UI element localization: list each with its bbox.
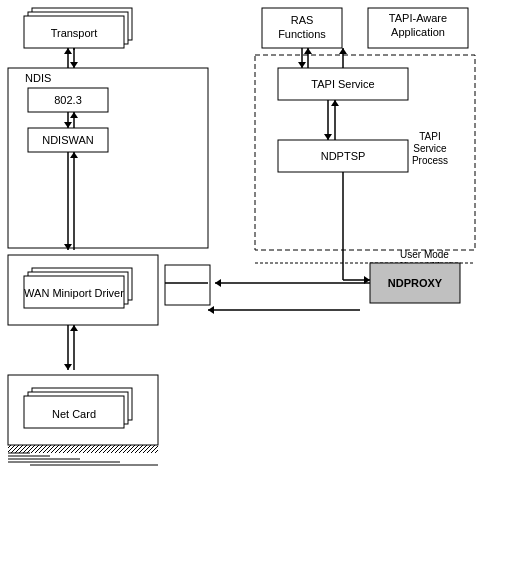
svg-marker-58 — [298, 62, 306, 68]
svg-rect-51 — [255, 55, 475, 250]
svg-text:Transport: Transport — [51, 27, 98, 39]
svg-marker-64 — [324, 134, 332, 140]
svg-text:Service: Service — [413, 143, 447, 154]
svg-rect-11 — [28, 88, 108, 112]
svg-rect-17 — [28, 128, 108, 152]
svg-marker-8 — [64, 48, 72, 54]
svg-rect-48 — [368, 8, 468, 48]
svg-text:802.3: 802.3 — [54, 94, 82, 106]
svg-rect-2 — [24, 16, 124, 48]
svg-rect-34 — [32, 388, 132, 420]
svg-text:Functions: Functions — [278, 28, 326, 40]
svg-rect-1 — [28, 12, 128, 44]
svg-text:Kernel Mode: Kernel Mode — [400, 261, 457, 272]
svg-marker-78 — [215, 279, 221, 287]
svg-marker-66 — [331, 100, 339, 106]
svg-marker-16 — [70, 112, 78, 118]
svg-marker-31 — [64, 364, 72, 370]
svg-rect-9 — [8, 68, 208, 248]
svg-text:WAN Miniport Driver: WAN Miniport Driver — [24, 287, 124, 299]
svg-marker-20 — [64, 244, 72, 250]
svg-rect-26 — [28, 272, 128, 304]
svg-text:NDISWAN: NDISWAN — [42, 134, 94, 146]
svg-marker-33 — [70, 325, 78, 331]
svg-marker-14 — [64, 122, 72, 128]
svg-text:RAS: RAS — [291, 14, 314, 26]
svg-marker-62 — [304, 48, 312, 54]
svg-rect-28 — [8, 255, 158, 325]
svg-marker-74 — [364, 276, 370, 284]
architecture-diagram: Transport NDIS 802.3 NDISWAN — [0, 0, 505, 577]
svg-text:TAPI: TAPI — [419, 131, 440, 142]
svg-rect-45 — [262, 8, 342, 48]
svg-marker-5 — [70, 62, 78, 68]
svg-rect-37 — [8, 375, 158, 445]
svg-rect-36 — [24, 396, 124, 428]
svg-rect-25 — [32, 268, 132, 300]
svg-rect-55 — [278, 68, 408, 100]
svg-rect-79 — [165, 265, 210, 305]
svg-text:User Mode: User Mode — [400, 249, 449, 260]
svg-rect-35 — [28, 392, 128, 424]
svg-marker-24 — [208, 306, 214, 314]
svg-rect-27 — [24, 276, 124, 308]
svg-text:Process: Process — [412, 155, 448, 166]
svg-rect-67 — [278, 140, 408, 172]
svg-text:TAPI Service: TAPI Service — [311, 78, 374, 90]
svg-text:TAPI-Aware: TAPI-Aware — [389, 12, 447, 24]
svg-rect-0 — [32, 8, 132, 40]
svg-text:NDIS: NDIS — [25, 72, 51, 84]
svg-marker-22 — [70, 152, 78, 158]
svg-rect-39 — [8, 445, 158, 453]
svg-rect-75 — [370, 263, 460, 303]
svg-text:Application: Application — [391, 26, 445, 38]
svg-text:Net Card: Net Card — [52, 408, 96, 420]
svg-text:NDPTSP: NDPTSP — [321, 150, 366, 162]
svg-marker-60 — [339, 48, 347, 54]
svg-text:NDPROXY: NDPROXY — [388, 277, 443, 289]
arrows-svg: Transport NDIS 802.3 NDISWAN — [0, 0, 505, 577]
